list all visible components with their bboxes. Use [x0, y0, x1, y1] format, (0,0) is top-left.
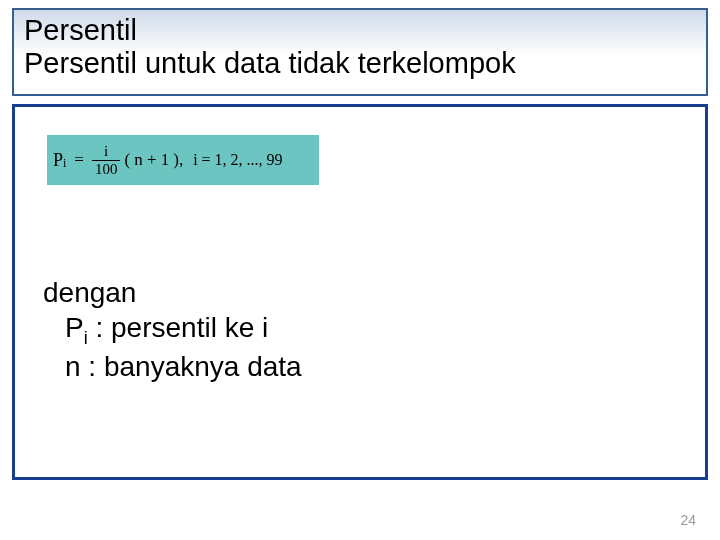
formula-image: P i = i 100 ( n + 1 ), i = 1, 2, ..., 99: [47, 135, 319, 185]
defs-line1-rest: : persentil ke i: [88, 312, 269, 343]
formula-lhs: P i: [53, 150, 66, 171]
defs-line2-symbol: n: [65, 351, 81, 382]
defs-line-2: n : banyaknya data: [43, 349, 302, 384]
definitions: dengan Pi : persentil ke i n : banyaknya…: [43, 275, 302, 384]
page-number: 24: [680, 512, 696, 528]
formula-range: i = 1, 2, ..., 99: [193, 151, 282, 169]
defs-lead: dengan: [43, 275, 302, 310]
formula-paren-close: ),: [173, 150, 183, 170]
title-box: Persentil Persentil untuk data tidak ter…: [12, 8, 708, 96]
content-box: P i = i 100 ( n + 1 ), i = 1, 2, ..., 99…: [12, 104, 708, 480]
defs-line-1: Pi : persentil ke i: [43, 310, 302, 349]
formula-fraction: i 100: [92, 144, 121, 177]
formula-lhs-symbol: P: [53, 150, 63, 171]
formula-paren-open: (: [124, 150, 130, 170]
formula-lhs-subscript: i: [63, 150, 66, 171]
formula-paren-inner: n + 1: [134, 150, 169, 170]
defs-line2-rest: : banyaknya data: [81, 351, 302, 382]
defs-line1-symbol: P: [65, 312, 84, 343]
title-subtitle: Persentil untuk data tidak terkelompok: [24, 47, 696, 80]
formula-numerator: i: [101, 144, 111, 160]
formula-denominator: 100: [92, 160, 121, 177]
title-main: Persentil: [24, 14, 696, 47]
formula: P i = i 100 ( n + 1 ), i = 1, 2, ..., 99: [47, 144, 283, 177]
formula-equals: =: [74, 150, 84, 170]
